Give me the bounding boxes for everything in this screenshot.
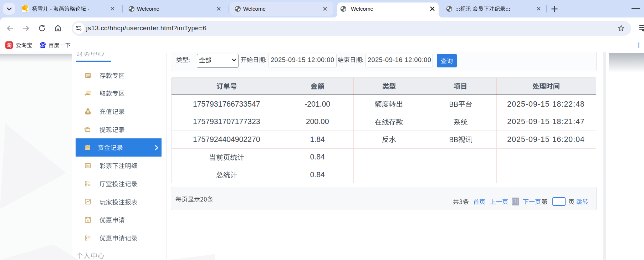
- svg-text:¥: ¥: [87, 111, 89, 114]
- svg-text:du: du: [41, 45, 44, 47]
- svg-text:¥: ¥: [87, 219, 89, 223]
